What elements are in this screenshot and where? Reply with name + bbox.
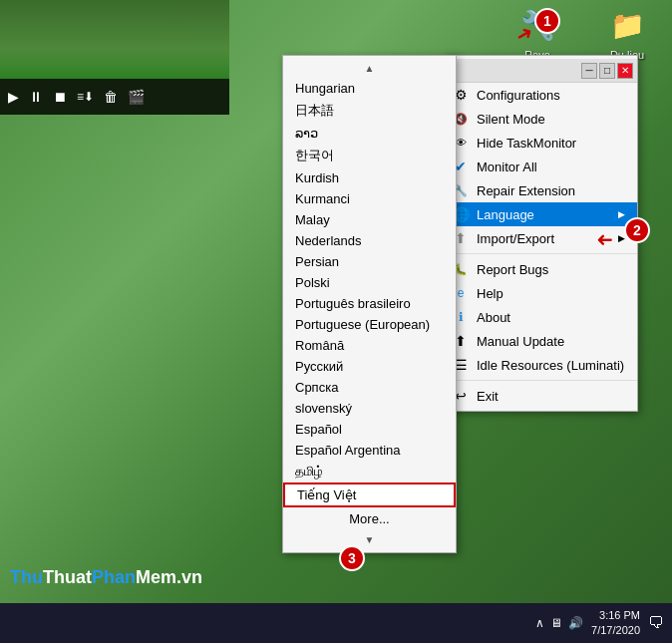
watermark: ThuThuatPhanMem.vn xyxy=(10,567,202,588)
stop-btn[interactable]: ⏹ xyxy=(53,89,67,105)
badge-3: 3 xyxy=(339,545,365,571)
menu-manual-update[interactable]: ⬆ Manual Update xyxy=(445,329,637,353)
menu-about[interactable]: ℹ About xyxy=(445,305,637,329)
lang-item-romanian[interactable]: Română xyxy=(283,335,456,356)
media-player: ▶ ⏸ ⏹ ≡⬇ 🗑 🎬 xyxy=(0,0,229,115)
lang-submenu-down-arrow[interactable]: ▼ xyxy=(283,530,456,549)
lang-item-pt-br[interactable]: Português brasileiro xyxy=(283,293,456,314)
import-export-label: Import/Export xyxy=(477,231,610,246)
exit-label: Exit xyxy=(477,389,625,404)
menu-monitor-all[interactable]: ✔ Monitor All xyxy=(445,155,637,178)
notification-center-icon[interactable]: 🗨 xyxy=(648,614,664,632)
idle-resources-label: Idle Resources (Luminati) xyxy=(477,358,625,373)
taskbar-clock[interactable]: 3:16 PM 7/17/2020 xyxy=(591,608,640,639)
monitor-all-label: Monitor All xyxy=(477,160,625,174)
lang-submenu-up-arrow[interactable]: ▲ xyxy=(283,59,456,78)
badge-1: 1 xyxy=(534,8,560,34)
lang-item-russian[interactable]: Русский xyxy=(283,356,456,377)
language-label: Language xyxy=(477,207,610,222)
lang-item-spanish-ar[interactable]: Español Argentina xyxy=(283,440,456,461)
menu-hide-taskmonitor[interactable]: 👁 Hide TaskMonitor xyxy=(445,131,637,155)
menu-configurations[interactable]: ⚙ Configurations xyxy=(445,83,637,107)
taskbar-right: ∧ 🖥 🔊 3:16 PM 7/17/2020 🗨 xyxy=(535,608,664,639)
pause-btn[interactable]: ⏸ xyxy=(29,89,43,105)
volume-icon[interactable]: 🔊 xyxy=(568,616,583,630)
arrow-2: ➜ xyxy=(596,227,613,251)
clock-date: 7/17/2020 xyxy=(591,623,640,638)
watermark-thu: Thu xyxy=(10,567,43,587)
revo-titlebar: ─ □ ✕ xyxy=(445,59,637,83)
watermark-mem: Mem xyxy=(136,567,176,587)
language-arrow-icon: ▶ xyxy=(618,209,625,219)
menu-separator-1 xyxy=(445,253,637,254)
play-btn[interactable]: ▶ xyxy=(8,89,19,105)
media-controls: ▶ ⏸ ⏹ ≡⬇ 🗑 🎬 xyxy=(0,79,229,115)
lang-item-dutch[interactable]: Nederlands xyxy=(283,230,456,251)
close-btn[interactable]: ✕ xyxy=(617,63,633,79)
lang-item-persian[interactable]: Persian xyxy=(283,251,456,272)
menu-help[interactable]: e Help xyxy=(445,281,637,305)
repair-extension-label: Repair Extension xyxy=(477,183,625,198)
lang-item-korean[interactable]: 한국어 xyxy=(283,144,456,167)
lang-item-pt-eu[interactable]: Portuguese (European) xyxy=(283,314,456,335)
lang-item-lao[interactable]: ລາວ xyxy=(283,123,456,144)
menu-silent-mode[interactable]: 🔇 Silent Mode xyxy=(445,107,637,131)
menu-report-bugs[interactable]: 🐛 Report Bugs xyxy=(445,257,637,281)
watermark-thuat: Thuat xyxy=(43,567,92,587)
report-bugs-label: Report Bugs xyxy=(477,262,625,277)
menu-separator-2 xyxy=(445,380,637,381)
silent-mode-label: Silent Mode xyxy=(477,112,625,127)
delete-btn[interactable]: 🗑 xyxy=(104,89,118,105)
language-submenu: ▲ Hungarian 日本語 ລາວ 한국어 Kurdish Kurmanci… xyxy=(282,55,457,553)
clock-time: 3:16 PM xyxy=(599,608,640,623)
list-btn[interactable]: ≡⬇ xyxy=(77,90,94,104)
lang-item-spanish[interactable]: Español xyxy=(283,419,456,440)
manual-update-label: Manual Update xyxy=(477,334,625,349)
chevron-icon[interactable]: ∧ xyxy=(535,616,544,630)
maximize-btn[interactable]: □ xyxy=(599,63,615,79)
desktop: ▶ ⏸ ⏹ ≡⬇ 🗑 🎬 ThuThuatPhanMem.vn 🔧 RevoUn… xyxy=(0,0,672,643)
lang-item-polish[interactable]: Polski xyxy=(283,272,456,293)
film-btn[interactable]: 🎬 xyxy=(128,89,145,105)
lang-item-slovak[interactable]: slovenský xyxy=(283,398,456,419)
menu-language[interactable]: 🌐 Language ▶ xyxy=(445,202,637,226)
lang-item-hungarian[interactable]: Hungarian xyxy=(283,78,456,99)
lang-submenu-more[interactable]: More... xyxy=(283,507,456,530)
badge-2: 2 xyxy=(624,217,650,243)
menu-idle-resources[interactable]: ☰ Idle Resources (Luminati) xyxy=(445,353,637,377)
about-label: About xyxy=(477,310,625,325)
hide-taskmonitor-label: Hide TaskMonitor xyxy=(477,136,625,151)
menu-exit[interactable]: ↩ Exit xyxy=(445,384,637,408)
minimize-btn[interactable]: ─ xyxy=(581,63,597,79)
network-icon: 🖥 xyxy=(550,616,562,630)
watermark-dotvn: .vn xyxy=(176,567,202,587)
menu-repair-extension[interactable]: 🔧 Repair Extension xyxy=(445,178,637,202)
lang-item-kurmanci[interactable]: Kurmanci xyxy=(283,188,456,209)
taskbar: ∧ 🖥 🔊 3:16 PM 7/17/2020 🗨 xyxy=(0,603,672,643)
lang-item-malay[interactable]: Malay xyxy=(283,209,456,230)
watermark-phan: Phan xyxy=(92,567,136,587)
configurations-label: Configurations xyxy=(477,88,625,103)
lang-item-vietnamese[interactable]: Tiếng Việt xyxy=(283,482,456,507)
dulieu-icon: 📁 xyxy=(607,5,647,45)
lang-item-tamil[interactable]: தமிழ் xyxy=(283,461,456,482)
taskbar-tray-icons: ∧ 🖥 🔊 xyxy=(535,616,583,630)
lang-item-japanese[interactable]: 日本語 xyxy=(283,99,456,123)
help-label: Help xyxy=(477,286,625,301)
lang-item-serbian[interactable]: Српска xyxy=(283,377,456,398)
lang-item-kurdish[interactable]: Kurdish xyxy=(283,167,456,188)
